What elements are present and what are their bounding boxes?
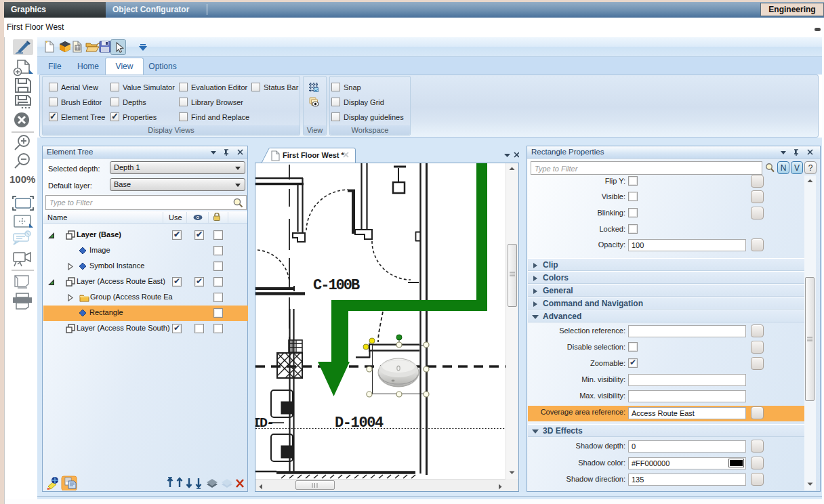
svg-text:C-100B: C-100B [313,277,360,294]
svg-text:ID-: ID- [255,415,273,431]
svg-text:First Floor West *: First Floor West * [283,151,345,159]
svg-text:100%: 100% [9,173,35,185]
svg-text:D-1004: D-1004 [335,415,384,432]
